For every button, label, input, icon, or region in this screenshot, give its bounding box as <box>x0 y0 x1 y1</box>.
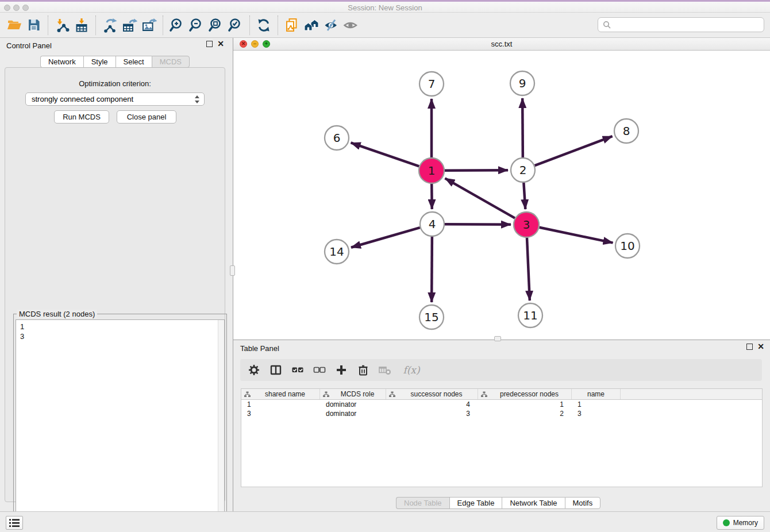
tab-network[interactable]: Network <box>40 56 83 68</box>
vertical-splitter-handle[interactable] <box>230 265 235 276</box>
network-graph[interactable]: 7968124314101511 <box>233 51 769 340</box>
graph-edge-2-3[interactable] <box>523 183 525 209</box>
horizontal-splitter-handle[interactable] <box>494 336 501 341</box>
table-cell[interactable]: 1 <box>572 400 621 409</box>
list-icon[interactable] <box>6 516 23 530</box>
column-header-shared-name[interactable]: shared name <box>241 389 320 399</box>
control-panel-title: Control Panel <box>6 41 52 50</box>
graph-edge-4-14[interactable] <box>351 228 420 248</box>
optimization-selected-value: strongly connected component <box>32 95 133 103</box>
export-image-icon[interactable] <box>139 15 159 36</box>
table-row[interactable]: 3dominator323 <box>241 409 762 418</box>
graph-edge-1-2[interactable] <box>445 170 508 171</box>
run-mcds-button[interactable]: Run MCDS <box>54 110 109 124</box>
table-cell[interactable]: 3 <box>572 409 621 418</box>
graph-edge-4-15[interactable] <box>432 237 432 302</box>
table-cell[interactable]: 3 <box>241 409 320 418</box>
graph-edge-3-11[interactable] <box>527 238 530 300</box>
graph-edge-4-3[interactable] <box>445 224 511 225</box>
mcds-result-group: MCDS result (2 nodes) 13 <box>13 314 227 530</box>
mcds-result-area[interactable]: 13 <box>16 319 225 528</box>
network-canvas[interactable]: 7968124314101511 <box>233 51 769 340</box>
tab-mcds[interactable]: MCDS <box>152 56 190 68</box>
fx-label: f(x) <box>403 364 419 376</box>
network-window-titlebar[interactable]: ✕ − + scc.txt <box>233 38 770 51</box>
optimization-select[interactable]: strongly connected component <box>25 92 205 106</box>
search-input[interactable] <box>614 21 759 29</box>
tab-network-table[interactable]: Network Table <box>502 497 564 509</box>
graph-node-10[interactable]: 10 <box>615 234 640 258</box>
delete-column-icon[interactable] <box>355 362 371 378</box>
hierarchy-icon <box>244 391 251 398</box>
table-cell[interactable]: dominator <box>320 400 386 409</box>
graph-edge-3-10[interactable] <box>540 228 613 243</box>
first-neighbors-icon[interactable] <box>302 15 321 36</box>
deselect-all-icon[interactable] <box>311 362 328 378</box>
search-field[interactable] <box>598 17 764 32</box>
column-header-name[interactable]: name <box>572 389 621 399</box>
table-cell[interactable]: dominator <box>320 409 386 418</box>
float-table-panel-icon[interactable] <box>746 344 753 350</box>
table-cell[interactable]: 1 <box>241 400 320 409</box>
table-cell[interactable]: 1 <box>478 400 572 409</box>
graph-node-6[interactable]: 6 <box>325 126 349 150</box>
graph-edge-3-1[interactable] <box>445 178 515 218</box>
graph-node-7[interactable]: 7 <box>419 72 444 96</box>
table-cell[interactable]: 4 <box>386 400 478 409</box>
graph-edge-1-6[interactable] <box>351 142 419 166</box>
tab-style[interactable]: Style <box>83 56 116 68</box>
close-table-panel-icon[interactable]: ✕ <box>757 344 764 350</box>
graph-node-14[interactable]: 14 <box>325 240 349 264</box>
close-panel-button[interactable]: Close panel <box>117 110 176 124</box>
search-icon <box>603 21 611 29</box>
memory-button[interactable]: Memory <box>717 516 764 530</box>
export-table-icon[interactable] <box>120 15 139 36</box>
tab-node-table[interactable]: Node Table <box>396 497 449 509</box>
split-columns-icon[interactable] <box>268 362 284 378</box>
graph-node-11[interactable]: 11 <box>518 303 542 327</box>
table-row[interactable]: 1dominator411 <box>241 400 762 409</box>
graph-node-1[interactable]: 1 <box>419 158 444 183</box>
column-header-predecessor-nodes[interactable]: predecessor nodes <box>478 389 572 399</box>
import-network-icon[interactable] <box>52 15 72 36</box>
column-header-MCDS-role[interactable]: MCDS role <box>320 389 386 399</box>
network-window-title: scc.txt <box>233 40 770 48</box>
close-panel-icon[interactable]: ✕ <box>217 41 224 47</box>
graph-node-15[interactable]: 15 <box>419 305 444 329</box>
network-from-selection-icon[interactable] <box>282 15 302 36</box>
table-cell[interactable]: 2 <box>478 409 572 418</box>
graph-edge-2-9[interactable] <box>522 98 523 157</box>
mcds-result-line: 1 <box>20 322 213 331</box>
graph-node-2[interactable]: 2 <box>511 158 535 182</box>
float-panel-icon[interactable] <box>206 41 213 47</box>
hide-selected-icon[interactable] <box>321 15 341 36</box>
node-table[interactable]: shared nameMCDS rolesuccessor nodesprede… <box>241 388 763 487</box>
tab-edge-table[interactable]: Edge Table <box>449 497 502 509</box>
toolbar-separator <box>278 16 278 35</box>
import-table-icon[interactable] <box>72 15 91 36</box>
select-all-icon[interactable] <box>290 362 306 378</box>
svg-text:8: 8 <box>623 124 630 138</box>
table-cell[interactable]: 3 <box>386 409 478 418</box>
open-folder-icon[interactable] <box>5 15 24 36</box>
result-scrollbar[interactable] <box>218 320 224 527</box>
tab-select[interactable]: Select <box>116 56 152 68</box>
graph-node-9[interactable]: 9 <box>510 71 534 95</box>
zoom-in-icon[interactable] <box>167 15 187 36</box>
tab-motifs[interactable]: Motifs <box>565 497 601 509</box>
svg-text:15: 15 <box>424 310 438 324</box>
zoom-fit-icon[interactable] <box>206 15 226 36</box>
add-column-icon[interactable] <box>333 362 349 378</box>
save-icon[interactable] <box>24 15 44 36</box>
column-header-successor-nodes[interactable]: successor nodes <box>386 389 478 399</box>
gear-icon[interactable] <box>246 362 262 378</box>
zoom-selected-icon[interactable] <box>226 15 245 36</box>
show-all-icon[interactable] <box>341 15 360 36</box>
graph-node-4[interactable]: 4 <box>420 212 444 236</box>
refresh-icon[interactable] <box>254 15 274 36</box>
zoom-out-icon[interactable] <box>187 15 206 36</box>
graph-edge-2-8[interactable] <box>535 136 613 165</box>
export-network-icon[interactable] <box>100 15 120 36</box>
graph-node-3[interactable]: 3 <box>514 212 539 237</box>
graph-node-8[interactable]: 8 <box>614 119 638 143</box>
